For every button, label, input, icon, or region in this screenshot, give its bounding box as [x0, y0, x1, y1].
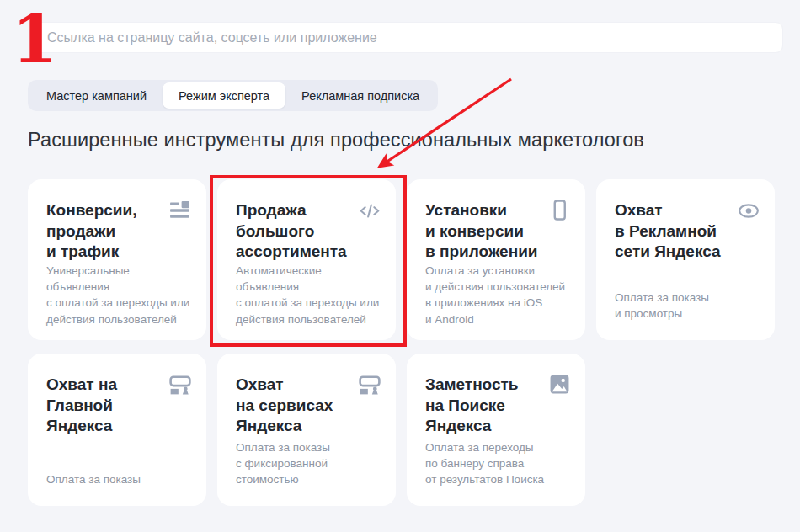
- code-icon: [359, 200, 381, 221]
- campaign-type-picker-page: Мастер кампаний Режим эксперта Рекламная…: [0, 0, 800, 532]
- card-description: Оплата за установки и действия пользоват…: [425, 263, 572, 327]
- picture-icon: [548, 374, 570, 396]
- card-visibility-yandex-search[interactable]: Заметность на Поиске Яндекса Оплата за п…: [407, 354, 585, 506]
- site-link-input[interactable]: [29, 22, 783, 53]
- card-description: Оплата за показы и просмотры: [615, 290, 761, 322]
- billboard-icon: [169, 374, 191, 396]
- campaign-cards-grid: Конверсии, продажи и трафик Универсальны…: [28, 179, 775, 506]
- card-reach-yandex-homepage[interactable]: Охват на Главной Яндекса Оплата за показ…: [28, 354, 206, 506]
- card-description: Оплата за переходы по баннеру справа от …: [425, 439, 572, 487]
- tab-ad-subscription[interactable]: Рекламная подписка: [285, 82, 435, 109]
- tab-expert-mode[interactable]: Режим эксперта: [163, 82, 285, 109]
- page-title: Расширенные инструменты для профессионал…: [28, 129, 644, 152]
- billboard-icon: [359, 374, 381, 396]
- phone-icon: [548, 200, 570, 221]
- card-description: Автоматические объявления с оплатой за п…: [236, 263, 382, 327]
- eye-icon: [738, 200, 760, 221]
- card-description: Оплата за показы с фиксированной стоимос…: [236, 439, 382, 487]
- text-ad-icon: [169, 200, 191, 221]
- card-reach-yandex-services[interactable]: Охват на сервисах Яндекса Оплата за пока…: [217, 354, 396, 506]
- tab-campaign-wizard[interactable]: Мастер кампаний: [30, 82, 163, 109]
- campaign-mode-tabs: Мастер кампаний Режим эксперта Рекламная…: [28, 80, 438, 111]
- card-large-assortment-sales[interactable]: Продажа большого ассортимента Автоматиче…: [217, 179, 396, 340]
- card-conversions-sales-traffic[interactable]: Конверсии, продажи и трафик Универсальны…: [28, 179, 206, 340]
- card-description: Универсальные объявления с оплатой за пе…: [46, 263, 193, 327]
- card-description: Оплата за показы: [46, 471, 193, 487]
- card-reach-yandex-ad-network[interactable]: Охват в Рекламной сети Яндекса Оплата за…: [596, 179, 775, 340]
- card-app-installs-conversions[interactable]: Установки и конверсии в приложении Оплат…: [407, 179, 585, 340]
